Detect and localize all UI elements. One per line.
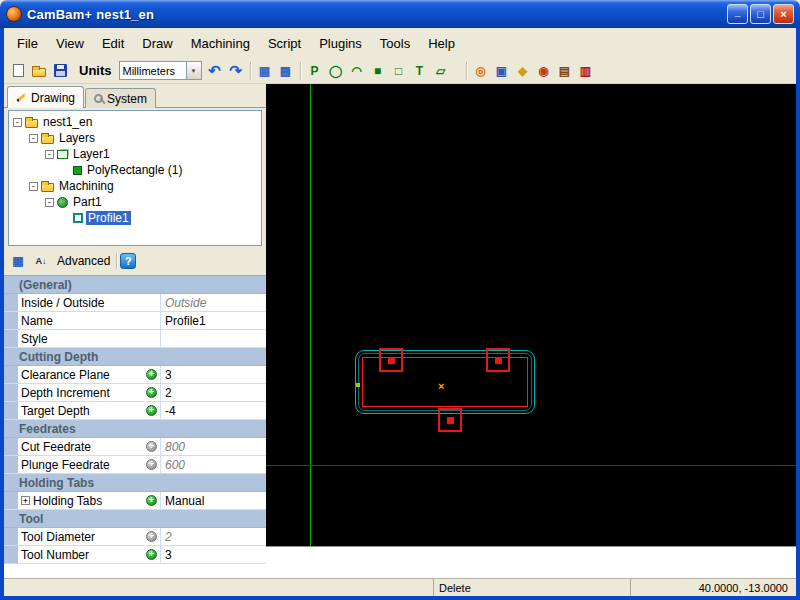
property-value[interactable] xyxy=(161,330,266,347)
property-gutter xyxy=(4,528,18,545)
inherit-toggle-icon[interactable]: + xyxy=(146,387,157,398)
polyline-button[interactable]: ▱ xyxy=(431,61,451,81)
rectangle-button[interactable]: □ xyxy=(389,61,409,81)
drawing-canvas[interactable]: × xyxy=(266,84,796,546)
tree-collapse-icon[interactable]: - xyxy=(13,118,22,127)
drill-op-button[interactable]: ◉ xyxy=(534,61,554,81)
property-value[interactable]: 600 xyxy=(161,456,266,473)
menu-item-edit[interactable]: Edit xyxy=(93,33,133,54)
property-value[interactable]: 3 xyxy=(161,546,266,563)
dropdown-arrow-icon[interactable]: ▼ xyxy=(186,62,201,79)
titlebar[interactable]: CamBam+ nest1_en _ □ × xyxy=(0,0,800,28)
circle-button[interactable]: ◯ xyxy=(326,61,346,81)
maximize-icon: □ xyxy=(757,8,764,20)
advanced-label[interactable]: Advanced xyxy=(54,254,113,268)
property-value[interactable]: 2 xyxy=(161,384,266,401)
property-value[interactable]: Outside xyxy=(161,294,266,311)
toolpath-view-button[interactable]: ▦ xyxy=(255,61,275,81)
inherit-toggle-icon[interactable]: + xyxy=(146,549,157,560)
close-button[interactable]: × xyxy=(773,4,794,24)
tree-item-layers[interactable]: - Layers xyxy=(9,130,261,146)
minimize-button[interactable]: _ xyxy=(727,4,748,24)
point-list-button[interactable]: P xyxy=(305,61,325,81)
holding-tab-marker[interactable] xyxy=(438,408,462,432)
tree-item-machining[interactable]: - Machining xyxy=(9,178,261,194)
new-file-button[interactable] xyxy=(8,61,28,81)
property-gutter xyxy=(4,510,18,527)
engrave-op-button[interactable]: ◆ xyxy=(513,61,533,81)
menu-item-file[interactable]: File xyxy=(8,33,47,54)
inherit-toggle-icon[interactable]: + xyxy=(146,459,157,470)
tree-item-part1[interactable]: - Part1 xyxy=(9,194,261,210)
undo-button[interactable]: ↶ xyxy=(205,61,225,81)
inherit-toggle-icon[interactable]: + xyxy=(146,405,157,416)
holding-tab-marker[interactable] xyxy=(379,348,403,372)
sort-alphabetical-button[interactable]: A↓ xyxy=(31,251,51,271)
units-label: Units xyxy=(79,63,112,78)
menu-item-plugins[interactable]: Plugins xyxy=(310,33,371,54)
arc-button[interactable]: ◠ xyxy=(347,61,367,81)
tree-collapse-icon[interactable]: - xyxy=(45,150,54,159)
units-dropdown[interactable]: Millimeters ▼ xyxy=(119,61,202,80)
property-value[interactable]: 3 xyxy=(161,366,266,383)
point-list-icon: P xyxy=(310,64,318,78)
property-value[interactable]: 800 xyxy=(161,438,266,455)
cambam-logo-icon xyxy=(6,6,22,22)
pocket-op-button[interactable]: ▣ xyxy=(492,61,512,81)
help-button[interactable]: ? xyxy=(120,253,136,269)
property-gutter xyxy=(4,276,18,293)
inherit-toggle-icon[interactable]: + xyxy=(146,369,157,380)
property-value[interactable]: Manual xyxy=(161,492,266,509)
expand-property-icon[interactable]: + xyxy=(21,496,30,505)
tree-collapse-icon[interactable]: - xyxy=(29,134,38,143)
category-row-cutting-depth[interactable]: Cutting Depth xyxy=(4,348,266,366)
category-row-holding-tabs[interactable]: Holding Tabs xyxy=(4,474,266,492)
property-row-inside-outside: Inside / Outside Outside xyxy=(4,294,266,312)
circle-icon: ◯ xyxy=(329,64,342,78)
tree-item-polyrectangle[interactable]: PolyRectangle (1) xyxy=(9,162,261,178)
tree-item-profile1[interactable]: Profile1 xyxy=(9,210,261,226)
maximize-button[interactable]: □ xyxy=(750,4,771,24)
rectangle-filled-button[interactable]: ■ xyxy=(368,61,388,81)
menu-item-tools[interactable]: Tools xyxy=(371,33,419,54)
inherit-toggle-icon[interactable]: + xyxy=(146,441,157,452)
category-row-tool[interactable]: Tool xyxy=(4,510,266,528)
profile-op-button[interactable]: ◎ xyxy=(471,61,491,81)
redo-button[interactable]: ↷ xyxy=(226,61,246,81)
left-panel: Drawing System - nest1_en - Layers - Lay… xyxy=(4,84,266,578)
tab-drawing-label: Drawing xyxy=(31,91,75,105)
category-row-feedrates[interactable]: Feedrates xyxy=(4,420,266,438)
inherit-toggle-icon[interactable]: + xyxy=(146,495,157,506)
menu-item-script[interactable]: Script xyxy=(259,33,310,54)
new-file-icon xyxy=(13,64,24,77)
tree-collapse-icon[interactable]: - xyxy=(45,198,54,207)
grid-toggle-button[interactable]: ▩ xyxy=(276,61,296,81)
open-file-button[interactable] xyxy=(29,61,49,81)
menu-item-draw[interactable]: Draw xyxy=(133,33,181,54)
script-op-button[interactable]: ▥ xyxy=(576,61,596,81)
holding-tab-marker[interactable] xyxy=(486,348,510,372)
menu-item-help[interactable]: Help xyxy=(419,33,464,54)
save-floppy-icon xyxy=(54,64,67,77)
property-value[interactable]: -4 xyxy=(161,402,266,419)
tab-system[interactable]: System xyxy=(85,88,156,108)
panel-tabs: Drawing System xyxy=(4,84,266,108)
menu-item-view[interactable]: View xyxy=(47,33,93,54)
undo-icon: ↶ xyxy=(208,63,221,78)
text-button[interactable]: T xyxy=(410,61,430,81)
inherit-toggle-icon[interactable]: + xyxy=(146,531,157,542)
property-toolbar: ▦ A↓ Advanced ? xyxy=(4,246,266,276)
toolbar-separator xyxy=(250,62,251,80)
save-button[interactable] xyxy=(50,61,70,81)
property-gutter xyxy=(4,366,18,383)
tab-drawing[interactable]: Drawing xyxy=(7,86,84,108)
menu-item-machining[interactable]: Machining xyxy=(182,33,259,54)
property-value[interactable]: Profile1 xyxy=(161,312,266,329)
tree-item-layer1[interactable]: - Layer1 xyxy=(9,146,261,162)
category-row-general[interactable]: (General) xyxy=(4,276,266,294)
tree-collapse-icon[interactable]: - xyxy=(29,182,38,191)
property-value[interactable]: 2 xyxy=(161,528,266,545)
profile3d-op-button[interactable]: ▤ xyxy=(555,61,575,81)
categorized-view-button[interactable]: ▦ xyxy=(8,251,28,271)
tree-item-root[interactable]: - nest1_en xyxy=(9,114,261,130)
